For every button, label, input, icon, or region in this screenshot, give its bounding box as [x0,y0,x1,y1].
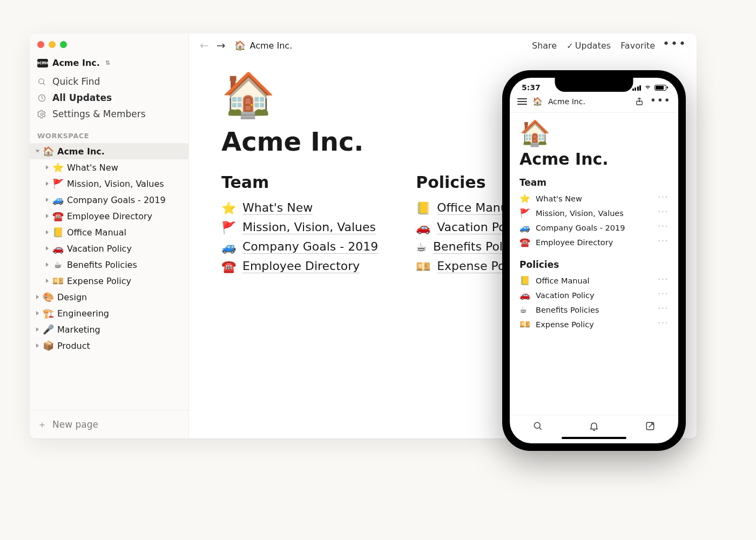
check-icon: ✓ [566,41,573,51]
chevron-down-icon[interactable] [36,150,40,153]
column-heading: Team [221,173,378,192]
phone-link-employee-directory[interactable]: ☎️ Employee Directory ··· [519,235,669,249]
tabbar-search-button[interactable] [532,421,543,431]
phone-link-expense-policy[interactable]: 💴 Expense Policy ··· [519,317,669,332]
tree-item-engineering[interactable]: 🏗️ Engineering [30,305,188,321]
close-window-button[interactable] [37,41,44,48]
row-more-button[interactable]: ··· [658,196,669,201]
tabbar-notifications-button[interactable] [589,421,599,431]
chevron-right-icon[interactable] [46,181,49,186]
chevron-right-icon[interactable] [46,246,49,251]
page-link-icon: ⭐ [221,201,236,215]
tree-item-label: Mission, Vision, Values [67,179,164,189]
nav-forward-button[interactable]: → [215,39,227,52]
phone-link-mission[interactable]: 🚩 Mission, Vision, Values ··· [519,206,669,220]
tree-item-design[interactable]: 🎨 Design [30,289,188,305]
page-link-icon: 🚩 [519,208,530,218]
page-link-label: Vacation Policy [536,291,595,300]
page-link-icon: 🚩 [221,221,236,234]
phone-link-vacation-policy[interactable]: 🚗 Vacation Policy ··· [519,288,669,302]
tree-item-benefits-policies[interactable]: ☕ Benefits Policies [30,256,188,273]
phone-page-body: 🏠 Acme Inc. Team ⭐ What's New ··· 🚩 Miss… [510,113,678,415]
chevron-right-icon[interactable] [46,198,49,202]
tree-item-marketing[interactable]: 🎤 Marketing [30,321,188,338]
page-link-label: Office Manual [536,276,590,285]
svg-point-3 [40,113,43,115]
phone-breadcrumb-icon: 🏠 [532,97,543,106]
page-link-employee-directory[interactable]: ☎️ Employee Directory [221,256,378,276]
breadcrumb-icon: 🏠 [234,40,246,51]
tree-item-label: Design [57,292,87,302]
page-link-label: Expense Policy [536,320,594,329]
row-more-button[interactable]: ··· [658,211,669,215]
chevron-right-icon[interactable] [46,262,49,267]
page-link-icon: ☕ [416,240,427,254]
share-button[interactable]: Share [530,40,559,51]
quick-find-link[interactable]: Quick Find [30,73,188,90]
favorite-button[interactable]: Favorite [618,40,657,51]
tree-item-whats-new[interactable]: ⭐ What's New [30,159,188,176]
row-more-button[interactable]: ··· [658,307,669,312]
tree-item-vacation-policy[interactable]: 🚗 Vacation Policy [30,240,188,256]
all-updates-link[interactable]: All Updates [30,90,188,106]
tree-item-label: Company Goals - 2019 [67,195,166,205]
tree-item-label: Product [57,341,90,351]
row-more-button[interactable]: ··· [658,240,669,245]
row-more-button[interactable]: ··· [658,278,669,283]
maximize-window-button[interactable] [60,41,67,48]
chevron-right-icon[interactable] [46,165,49,170]
minimize-window-button[interactable] [49,41,56,48]
chevron-right-icon[interactable] [46,230,49,234]
updates-button[interactable]: ✓ Updates [564,40,613,51]
sidebar: acme Acme Inc. ⇅ Quick Find All Updates … [30,33,189,438]
page-emoji: 🚗 [52,243,64,254]
chevron-right-icon[interactable] [46,214,49,218]
tree-item-employee-directory[interactable]: ☎️ Employee Directory [30,208,188,224]
page-link-mission[interactable]: 🚩 Mission, Vision, Values [221,218,378,237]
chevron-right-icon[interactable] [46,279,49,283]
workspace-switcher[interactable]: acme Acme Inc. ⇅ [30,56,188,73]
chevron-right-icon[interactable] [36,295,39,299]
tree-item-mission[interactable]: 🚩 Mission, Vision, Values [30,176,188,192]
more-menu-button[interactable]: ••• [650,98,671,105]
phone-page-icon[interactable]: 🏠 [519,120,669,145]
svg-point-0 [39,78,44,83]
page-link-icon: 🚙 [519,222,530,233]
page-link-company-goals[interactable]: 🚙 Company Goals - 2019 [221,237,378,256]
tree-item-label: Expense Policy [67,276,131,286]
chevron-right-icon[interactable] [36,343,39,348]
chevron-right-icon[interactable] [36,311,39,315]
more-menu-button[interactable]: ••• [663,41,687,50]
chevron-right-icon[interactable] [36,327,39,332]
topbar: ← → 🏠 Acme Inc. Share ✓ Updates Favorite… [189,33,697,57]
row-more-button[interactable]: ··· [658,225,669,230]
menu-button[interactable] [517,98,527,105]
tree-item-acme[interactable]: 🏠 Acme Inc. [30,143,188,159]
page-link-label: Mission, Vision, Values [242,220,376,234]
row-more-button[interactable]: ··· [658,322,669,327]
page-emoji: 🏠 [42,146,54,157]
phone-link-company-goals[interactable]: 🚙 Company Goals - 2019 ··· [519,220,669,235]
breadcrumb[interactable]: 🏠 Acme Inc. [234,40,293,51]
settings-members-link[interactable]: Settings & Members [30,106,188,122]
share-button[interactable] [634,96,645,107]
phone-link-benefits-policies[interactable]: ☕ Benefits Policies ··· [519,302,669,317]
phone-page-title[interactable]: Acme Inc. [519,150,669,168]
tabbar-compose-button[interactable] [645,421,656,431]
plus-icon: ＋ [37,418,47,431]
phone-breadcrumb[interactable]: Acme Inc. [548,97,585,106]
row-more-button[interactable]: ··· [658,293,669,298]
tree-item-product[interactable]: 📦 Product [30,338,188,354]
page-link-label: Mission, Vision, Values [536,209,624,218]
tree-item-company-goals[interactable]: 🚙 Company Goals - 2019 [30,192,188,208]
phone-section-heading: Policies [519,259,669,270]
tree-item-expense-policy[interactable]: 💴 Expense Policy [30,273,188,289]
phone-link-whats-new[interactable]: ⭐ What's New ··· [519,191,669,206]
tree-item-office-manual[interactable]: 📒 Office Manual [30,224,188,240]
phone-link-office-manual[interactable]: 📒 Office Manual ··· [519,273,669,288]
nav-back-button[interactable]: ← [199,39,210,52]
signal-icon [632,85,642,91]
new-page-button[interactable]: ＋ New page [30,410,188,438]
home-indicator[interactable] [562,437,626,439]
page-link-whats-new[interactable]: ⭐ What's New [221,198,378,218]
